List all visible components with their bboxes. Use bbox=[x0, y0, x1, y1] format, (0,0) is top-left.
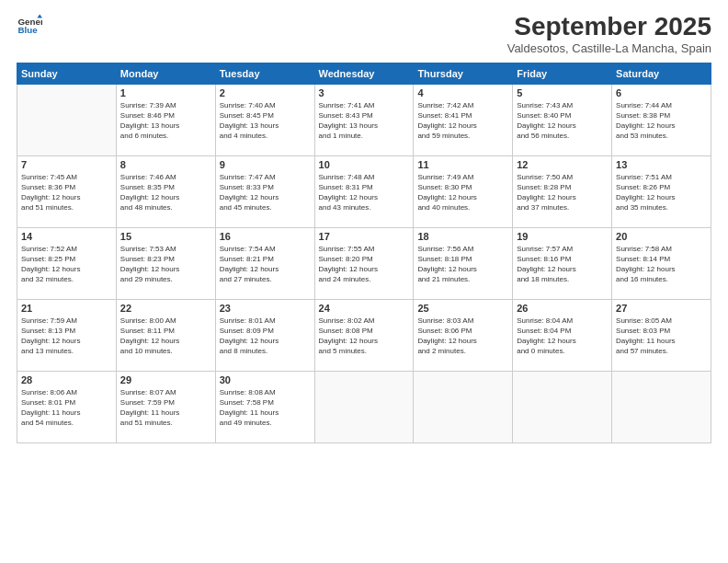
week-row-1: 1Sunrise: 7:39 AM Sunset: 8:46 PM Daylig… bbox=[17, 84, 711, 155]
table-cell: 17Sunrise: 7:55 AM Sunset: 8:20 PM Dayli… bbox=[314, 227, 414, 299]
day-info: Sunrise: 7:44 AM Sunset: 8:38 PM Dayligh… bbox=[616, 100, 707, 142]
table-cell: 6Sunrise: 7:44 AM Sunset: 8:38 PM Daylig… bbox=[612, 84, 711, 155]
day-info: Sunrise: 7:56 AM Sunset: 8:18 PM Dayligh… bbox=[417, 244, 508, 285]
header-tuesday: Tuesday bbox=[215, 63, 314, 84]
day-info: Sunrise: 7:58 AM Sunset: 8:14 PM Dayligh… bbox=[616, 244, 707, 285]
header-friday: Friday bbox=[513, 63, 612, 84]
day-info: Sunrise: 7:43 AM Sunset: 8:40 PM Dayligh… bbox=[517, 100, 608, 142]
day-info: Sunrise: 8:04 AM Sunset: 8:04 PM Dayligh… bbox=[517, 316, 608, 357]
table-cell: 14Sunrise: 7:52 AM Sunset: 8:25 PM Dayli… bbox=[17, 227, 117, 299]
day-number: 11 bbox=[417, 159, 508, 170]
day-info: Sunrise: 7:52 AM Sunset: 8:25 PM Dayligh… bbox=[21, 244, 112, 285]
table-cell bbox=[414, 371, 513, 442]
day-info: Sunrise: 8:06 AM Sunset: 8:01 PM Dayligh… bbox=[21, 387, 112, 429]
day-number: 18 bbox=[417, 231, 508, 242]
day-number: 10 bbox=[319, 159, 410, 170]
day-info: Sunrise: 8:03 AM Sunset: 8:06 PM Dayligh… bbox=[417, 316, 508, 357]
day-number: 2 bbox=[220, 87, 311, 98]
day-number: 26 bbox=[517, 303, 608, 314]
day-number: 23 bbox=[220, 303, 311, 314]
day-number: 28 bbox=[21, 374, 112, 385]
day-info: Sunrise: 7:51 AM Sunset: 8:26 PM Dayligh… bbox=[616, 172, 707, 213]
day-info: Sunrise: 7:41 AM Sunset: 8:43 PM Dayligh… bbox=[319, 100, 410, 142]
day-info: Sunrise: 7:46 AM Sunset: 8:35 PM Dayligh… bbox=[120, 172, 211, 213]
day-info: Sunrise: 7:45 AM Sunset: 8:36 PM Dayligh… bbox=[21, 172, 112, 213]
day-number: 8 bbox=[120, 159, 211, 170]
day-number: 13 bbox=[616, 159, 707, 170]
table-cell bbox=[513, 371, 612, 442]
table-cell: 10Sunrise: 7:48 AM Sunset: 8:31 PM Dayli… bbox=[314, 155, 414, 227]
day-info: Sunrise: 8:00 AM Sunset: 8:11 PM Dayligh… bbox=[120, 316, 211, 357]
table-cell: 30Sunrise: 8:08 AM Sunset: 7:58 PM Dayli… bbox=[215, 371, 314, 442]
table-cell: 27Sunrise: 8:05 AM Sunset: 8:03 PM Dayli… bbox=[612, 299, 711, 371]
day-info: Sunrise: 7:40 AM Sunset: 8:45 PM Dayligh… bbox=[220, 100, 311, 142]
table-cell bbox=[314, 371, 414, 442]
week-row-5: 28Sunrise: 8:06 AM Sunset: 8:01 PM Dayli… bbox=[17, 371, 711, 442]
day-info: Sunrise: 7:48 AM Sunset: 8:31 PM Dayligh… bbox=[319, 172, 410, 213]
day-number: 6 bbox=[616, 87, 707, 98]
day-number: 27 bbox=[616, 303, 707, 314]
day-number: 9 bbox=[220, 159, 311, 170]
table-cell: 20Sunrise: 7:58 AM Sunset: 8:14 PM Dayli… bbox=[612, 227, 711, 299]
calendar: Sunday Monday Tuesday Wednesday Thursday… bbox=[17, 63, 711, 443]
table-cell: 16Sunrise: 7:54 AM Sunset: 8:21 PM Dayli… bbox=[215, 227, 314, 299]
header-saturday: Saturday bbox=[612, 63, 711, 84]
table-cell: 4Sunrise: 7:42 AM Sunset: 8:41 PM Daylig… bbox=[414, 84, 513, 155]
table-cell: 13Sunrise: 7:51 AM Sunset: 8:26 PM Dayli… bbox=[612, 155, 711, 227]
day-info: Sunrise: 7:57 AM Sunset: 8:16 PM Dayligh… bbox=[517, 244, 608, 285]
day-number: 4 bbox=[417, 87, 508, 98]
week-row-3: 14Sunrise: 7:52 AM Sunset: 8:25 PM Dayli… bbox=[17, 227, 711, 299]
header-thursday: Thursday bbox=[414, 63, 513, 84]
table-cell: 5Sunrise: 7:43 AM Sunset: 8:40 PM Daylig… bbox=[513, 84, 612, 155]
table-cell: 22Sunrise: 8:00 AM Sunset: 8:11 PM Dayli… bbox=[116, 299, 215, 371]
day-number: 5 bbox=[517, 87, 608, 98]
day-number: 17 bbox=[319, 231, 410, 242]
day-info: Sunrise: 7:47 AM Sunset: 8:33 PM Dayligh… bbox=[220, 172, 311, 213]
day-info: Sunrise: 7:55 AM Sunset: 8:20 PM Dayligh… bbox=[319, 244, 410, 285]
table-cell: 9Sunrise: 7:47 AM Sunset: 8:33 PM Daylig… bbox=[215, 155, 314, 227]
week-row-4: 21Sunrise: 7:59 AM Sunset: 8:13 PM Dayli… bbox=[17, 299, 711, 371]
week-row-2: 7Sunrise: 7:45 AM Sunset: 8:36 PM Daylig… bbox=[17, 155, 711, 227]
table-cell bbox=[612, 371, 711, 442]
header-sunday: Sunday bbox=[17, 63, 117, 84]
table-cell: 18Sunrise: 7:56 AM Sunset: 8:18 PM Dayli… bbox=[414, 227, 513, 299]
day-number: 16 bbox=[220, 231, 311, 242]
header: General Blue September 2025 Valdesotos, … bbox=[17, 13, 711, 55]
table-cell: 15Sunrise: 7:53 AM Sunset: 8:23 PM Dayli… bbox=[116, 227, 215, 299]
page: General Blue September 2025 Valdesotos, … bbox=[0, 0, 728, 563]
day-number: 25 bbox=[417, 303, 508, 314]
title-block: September 2025 Valdesotos, Castille-La M… bbox=[507, 13, 711, 55]
day-number: 20 bbox=[616, 231, 707, 242]
table-cell: 8Sunrise: 7:46 AM Sunset: 8:35 PM Daylig… bbox=[116, 155, 215, 227]
day-info: Sunrise: 8:08 AM Sunset: 7:58 PM Dayligh… bbox=[220, 387, 311, 429]
table-cell: 24Sunrise: 8:02 AM Sunset: 8:08 PM Dayli… bbox=[314, 299, 414, 371]
table-cell: 26Sunrise: 8:04 AM Sunset: 8:04 PM Dayli… bbox=[513, 299, 612, 371]
day-number: 14 bbox=[21, 231, 112, 242]
table-cell: 19Sunrise: 7:57 AM Sunset: 8:16 PM Dayli… bbox=[513, 227, 612, 299]
table-cell: 25Sunrise: 8:03 AM Sunset: 8:06 PM Dayli… bbox=[414, 299, 513, 371]
day-info: Sunrise: 8:01 AM Sunset: 8:09 PM Dayligh… bbox=[220, 316, 311, 357]
logo-icon: General Blue bbox=[17, 13, 42, 39]
day-number: 22 bbox=[120, 303, 211, 314]
table-cell: 11Sunrise: 7:49 AM Sunset: 8:30 PM Dayli… bbox=[414, 155, 513, 227]
header-monday: Monday bbox=[116, 63, 215, 84]
day-number: 30 bbox=[220, 374, 311, 385]
table-cell: 12Sunrise: 7:50 AM Sunset: 8:28 PM Dayli… bbox=[513, 155, 612, 227]
table-cell: 1Sunrise: 7:39 AM Sunset: 8:46 PM Daylig… bbox=[116, 84, 215, 155]
day-number: 3 bbox=[319, 87, 410, 98]
day-number: 1 bbox=[120, 87, 211, 98]
day-info: Sunrise: 7:59 AM Sunset: 8:13 PM Dayligh… bbox=[21, 316, 112, 357]
day-number: 19 bbox=[517, 231, 608, 242]
day-info: Sunrise: 7:53 AM Sunset: 8:23 PM Dayligh… bbox=[120, 244, 211, 285]
svg-text:Blue: Blue bbox=[17, 25, 38, 35]
table-cell: 28Sunrise: 8:06 AM Sunset: 8:01 PM Dayli… bbox=[17, 371, 117, 442]
table-cell: 2Sunrise: 7:40 AM Sunset: 8:45 PM Daylig… bbox=[215, 84, 314, 155]
day-info: Sunrise: 7:54 AM Sunset: 8:21 PM Dayligh… bbox=[220, 244, 311, 285]
table-cell: 3Sunrise: 7:41 AM Sunset: 8:43 PM Daylig… bbox=[314, 84, 414, 155]
logo: General Blue bbox=[17, 13, 42, 39]
month-title: September 2025 bbox=[507, 13, 711, 41]
day-info: Sunrise: 8:07 AM Sunset: 7:59 PM Dayligh… bbox=[120, 387, 211, 429]
day-info: Sunrise: 8:05 AM Sunset: 8:03 PM Dayligh… bbox=[616, 316, 707, 357]
day-number: 29 bbox=[120, 374, 211, 385]
day-number: 21 bbox=[21, 303, 112, 314]
